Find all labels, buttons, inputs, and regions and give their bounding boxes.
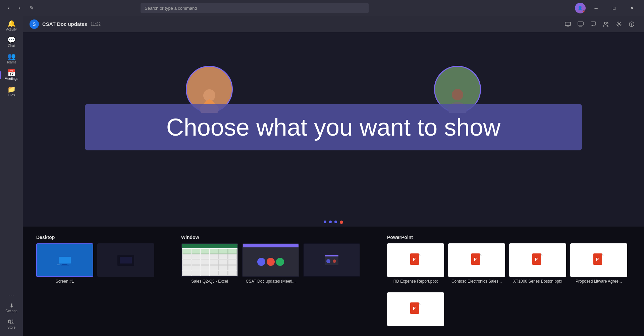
excel-thumb[interactable] xyxy=(181,243,238,277)
share-item-ppt1[interactable]: P RD Expense Report.pptx xyxy=(387,243,444,284)
svg-point-3 xyxy=(604,22,606,24)
screen1-label: Screen #1 xyxy=(56,279,74,284)
sidebar-item-label: Meetings xyxy=(5,77,18,81)
ppt4-thumb[interactable]: P xyxy=(570,243,627,277)
desktop-screen-icon xyxy=(55,253,75,267)
ppt3-file-icon: P xyxy=(532,253,544,268)
window3-icon xyxy=(325,255,338,265)
search-bar[interactable]: Search or type a command xyxy=(141,3,369,13)
store-icon: 🛍 xyxy=(8,318,15,325)
svg-point-20 xyxy=(333,259,336,263)
maximize-button[interactable]: □ xyxy=(606,3,622,13)
svg-marker-31 xyxy=(602,253,604,255)
share-item-ppt3[interactable]: P XT1000 Series Boston.pptx xyxy=(509,243,566,284)
share-banner: Choose what you want to show xyxy=(85,104,582,150)
share-item-excel[interactable]: Sales Q2-Q3 - Excel xyxy=(181,243,238,284)
desktop-thumb-inner xyxy=(37,244,93,276)
nav-back-button[interactable]: ‹ xyxy=(4,3,13,13)
main-layout: 🔔 Activity 💬 Chat 👥 Teams 📅 Meetings 📁 F… xyxy=(0,16,644,336)
share-item-ppt2[interactable]: P Contoso Electronics Sales... xyxy=(448,243,505,284)
meeting-window-thumb[interactable] xyxy=(242,243,299,277)
sidebar-item-label: Chat xyxy=(8,44,15,48)
desktop-section-title: Desktop xyxy=(36,235,154,240)
ppt5-inner: P xyxy=(388,293,443,325)
avatar-status xyxy=(583,10,585,13)
share-item-ppt5[interactable]: P xyxy=(387,292,444,328)
ppt4-inner: P xyxy=(571,244,627,276)
window3-thumb[interactable] xyxy=(303,243,360,277)
svg-marker-22 xyxy=(419,253,421,255)
avatar-initial: 👤 xyxy=(578,6,583,10)
meeting-window-label: CSAT Doc updates (Meeti... xyxy=(246,279,296,284)
whiteboard-icon[interactable] xyxy=(575,18,586,30)
sidebar-item-label: Activity xyxy=(6,28,17,31)
share-item-meeting-window[interactable]: CSAT Doc updates (Meeti... xyxy=(242,243,299,284)
chat-icon[interactable] xyxy=(588,18,599,30)
svg-rect-1 xyxy=(578,22,583,25)
screen-share-icon[interactable] xyxy=(562,18,574,30)
ppt1-label: RD Expense Report.pptx xyxy=(393,279,438,284)
svg-rect-14 xyxy=(57,265,60,265)
activity-icon: 🔔 xyxy=(7,20,16,27)
window-items: Sales Q2-Q3 - Excel xyxy=(181,243,360,284)
powerpoint-second-row: P xyxy=(387,292,627,328)
svg-point-4 xyxy=(607,22,608,24)
content-selector: Desktop xyxy=(23,227,644,336)
more-icon: ··· xyxy=(8,293,14,298)
ppt5-file-icon: P xyxy=(410,302,422,317)
participants-icon[interactable] xyxy=(600,18,612,30)
sidebar-item-chat[interactable]: 💬 Chat xyxy=(0,34,23,50)
svg-rect-16 xyxy=(120,257,132,263)
svg-rect-2 xyxy=(591,22,596,25)
sidebar-item-meetings[interactable]: 📅 Meetings xyxy=(0,67,23,83)
share-item-ppt4[interactable]: P Proposed Litware Agree... xyxy=(570,243,627,284)
svg-rect-12 xyxy=(59,257,71,263)
ppt1-inner: P xyxy=(388,244,443,276)
ppt4-file-icon: P xyxy=(593,253,605,268)
sidebar-item-teams[interactable]: 👥 Teams xyxy=(0,50,23,67)
sidebar-item-activity[interactable]: 🔔 Activity xyxy=(0,17,23,34)
ppt1-thumb[interactable]: P xyxy=(387,243,444,277)
share-item-screen2[interactable] xyxy=(97,243,154,284)
screen2-thumb[interactable] xyxy=(97,243,154,277)
window-section-title: Window xyxy=(181,235,360,240)
sidebar-item-getapp[interactable]: ⬇ Get app xyxy=(0,300,23,316)
ppt3-thumb[interactable]: P xyxy=(509,243,566,277)
teams-icon: 👥 xyxy=(7,53,16,60)
ppt3-label: XT1000 Series Boston.pptx xyxy=(513,279,562,284)
compose-button[interactable]: ✎ xyxy=(27,3,36,13)
nav-buttons: ‹ › xyxy=(4,3,24,13)
close-button[interactable]: ✕ xyxy=(625,3,640,13)
dot-2 xyxy=(329,221,332,223)
svg-point-19 xyxy=(326,259,330,263)
sidebar-item-store[interactable]: 🛍 Store xyxy=(0,316,23,332)
sidebar-item-label: Teams xyxy=(6,60,16,64)
svg-text:P: P xyxy=(413,257,416,262)
share-item-window3[interactable] xyxy=(303,243,360,284)
ppt5-thumb[interactable]: P xyxy=(387,292,444,326)
svg-rect-0 xyxy=(565,22,571,26)
info-icon[interactable] xyxy=(626,18,637,30)
nav-forward-button[interactable]: › xyxy=(15,3,24,13)
minimize-button[interactable]: ─ xyxy=(588,3,604,13)
ppt2-thumb[interactable]: P xyxy=(448,243,505,277)
sidebar-item-files[interactable]: 📁 Files xyxy=(0,83,23,100)
meetings-icon: 📅 xyxy=(7,69,16,76)
ppt2-file-icon: P xyxy=(471,253,483,268)
avatar[interactable]: 👤 xyxy=(575,3,586,13)
dot-3 xyxy=(334,221,337,223)
share-item-screen1[interactable]: Screen #1 xyxy=(36,243,93,284)
sidebar-item-label: Files xyxy=(8,93,15,97)
title-bar-right: 👤 ─ □ ✕ xyxy=(575,3,640,13)
window3-inner xyxy=(304,244,360,276)
banner-text: Choose what you want to show xyxy=(166,114,501,141)
screen-share-area: Choose what you want to show 👩 xyxy=(23,32,644,227)
meeting-title: CSAT Doc updates xyxy=(42,21,87,27)
screen1-thumb[interactable] xyxy=(36,243,93,277)
title-bar: ‹ › ✎ Search or type a command 👤 ─ □ ✕ xyxy=(0,0,644,16)
dot-1 xyxy=(324,221,326,223)
meeting-time: 11:22 xyxy=(91,22,101,27)
files-icon: 📁 xyxy=(7,86,16,93)
sidebar-item-more[interactable]: ··· xyxy=(0,290,23,300)
settings-icon[interactable] xyxy=(613,18,625,30)
